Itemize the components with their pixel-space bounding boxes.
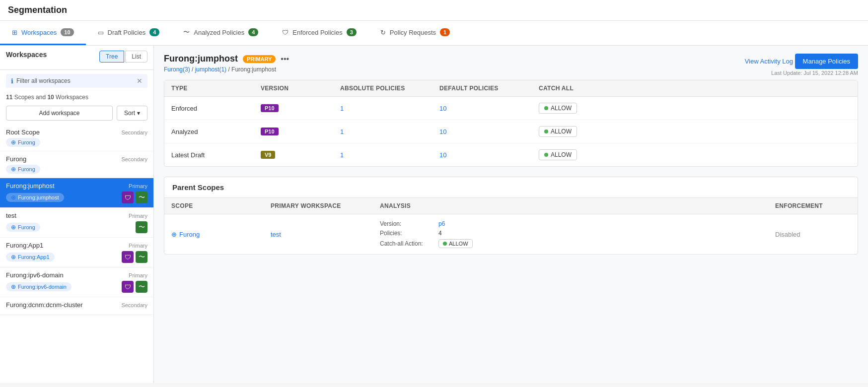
list-item[interactable]: Furong:ipv6-domain Primary ⊕ Furong:ipv6… xyxy=(0,267,153,297)
list-item[interactable]: Furong Secondary ⊕ Furong xyxy=(0,151,153,178)
cell-catchall: ALLOW xyxy=(532,120,858,143)
tab-requests-label: Policy Requests xyxy=(390,29,436,36)
app-title: Segmentation xyxy=(8,5,67,15)
view-activity-log-button[interactable]: View Activity Log xyxy=(745,58,793,65)
default-count-link[interactable]: 10 xyxy=(439,105,446,112)
tab-workspaces-label: Workspaces xyxy=(21,29,57,36)
list-item[interactable]: Furong:App1 Primary ⊕ Furong:App1 🛡 〜 xyxy=(0,238,153,267)
filter-close-button[interactable]: ✕ xyxy=(137,77,143,85)
col-header-default: Default Policies xyxy=(433,80,532,96)
cell-catchall: ALLOW xyxy=(532,97,858,120)
draft-icon: ▭ xyxy=(98,29,104,36)
add-workspace-button[interactable]: Add workspace xyxy=(6,106,113,121)
allow-badge: ALLOW xyxy=(539,149,577,160)
tab-workspaces-badge: 10 xyxy=(61,28,73,36)
scope-cell-scope: ⊕ Furong xyxy=(164,214,264,254)
col-header-version: Version xyxy=(254,80,333,96)
scope-link[interactable]: ⊕ Furong xyxy=(171,231,200,238)
scope-table-row: ⊕ Furong test Version: p6 Policies: xyxy=(164,214,858,254)
cell-type: Analyzed xyxy=(164,120,254,143)
info-icon: ℹ xyxy=(11,77,13,85)
panel-title: Furong:jumphost xyxy=(164,54,238,64)
list-item[interactable]: Furong:jumphost Primary ⊕ Furong:jumphos… xyxy=(0,178,153,208)
scope-col-header-scope: Scope xyxy=(164,198,264,214)
wave-icon: 〜 xyxy=(136,251,147,263)
ws-item-type: Primary xyxy=(129,213,147,219)
workspace-link[interactable]: test xyxy=(271,231,281,238)
sort-button[interactable]: Sort ▾ xyxy=(117,106,147,121)
app-header: Segmentation xyxy=(0,0,868,21)
panel-header: Furong:jumphost PRIMARY ••• xyxy=(164,54,289,64)
breadcrumb-jumphost[interactable]: jumphost(1) xyxy=(195,66,226,73)
ws-item-name: Furong:jumphost xyxy=(6,182,55,190)
scope-icon: ⊕ xyxy=(11,224,16,231)
wave-icon: 〜 xyxy=(136,192,147,203)
tab-draft-badge: 4 xyxy=(149,28,159,36)
absolute-count-link[interactable]: 1 xyxy=(340,151,344,159)
ws-item-name: Furong xyxy=(6,155,26,163)
absolute-count-link[interactable]: 1 xyxy=(340,128,344,135)
ws-icons: 🛡 〜 xyxy=(122,192,147,203)
content-area: Workspaces Tree List ℹ Filter all worksp… xyxy=(0,46,868,383)
tab-workspaces[interactable]: ⊞ Workspaces 10 xyxy=(0,21,86,45)
scope-col-header-enforcement: Enforcement xyxy=(768,198,858,214)
chevron-down-icon: ▾ xyxy=(137,110,140,117)
ws-scope-tag: ⊕ Furong:jumphost xyxy=(6,193,64,202)
view-toggle: Tree List xyxy=(99,51,147,63)
table-row: Latest Draft V9 1 10 ALLOW xyxy=(164,143,858,166)
table-row: Enforced P10 1 10 ALLOW xyxy=(164,97,858,120)
default-count-link[interactable]: 10 xyxy=(439,151,446,159)
ws-scope-tag: ⊕ Furong:ipv6-domain xyxy=(6,282,72,291)
more-options-button[interactable]: ••• xyxy=(281,55,289,64)
scope-col-header-workspace: Primary Workspace xyxy=(264,198,373,214)
tab-analyzed-label: Analyzed Policies xyxy=(194,29,244,36)
ws-icons: 〜 xyxy=(136,221,147,233)
list-view-button[interactable]: List xyxy=(125,51,147,63)
default-count-link[interactable]: 10 xyxy=(439,128,446,135)
ws-item-name: Furong:App1 xyxy=(6,242,43,249)
ws-scope-tag: ⊕ Furong:App1 xyxy=(6,253,55,261)
scope-col-header-analysis: Analysis xyxy=(373,198,768,214)
tree-view-button[interactable]: Tree xyxy=(99,51,124,63)
allow-dot xyxy=(544,106,548,110)
shield-icon: 🛡 xyxy=(122,192,134,203)
analysis-version-link[interactable]: p6 xyxy=(438,220,445,227)
manage-policies-button[interactable]: Manage Policies xyxy=(795,54,858,69)
main-panel: Furong:jumphost PRIMARY ••• Furong(3) / … xyxy=(154,46,868,383)
ws-scope-tag: ⊕ Furong xyxy=(6,223,40,232)
table-header: Type Version Absolute Policies Default P… xyxy=(164,80,858,97)
version-badge: P10 xyxy=(261,104,279,112)
analyzed-icon: 〜 xyxy=(183,28,190,37)
tab-enforced[interactable]: 🛡 Enforced Policies 3 xyxy=(270,21,368,45)
header-actions: View Activity Log Manage Policies Last U… xyxy=(745,54,858,76)
workspace-icon: ⊞ xyxy=(12,29,17,36)
cell-absolute: 1 xyxy=(333,120,433,143)
list-item[interactable]: Furong:dcnm:dcnm-cluster Secondary xyxy=(0,297,153,315)
ws-item-name: Furong:ipv6-domain xyxy=(6,271,64,279)
list-item[interactable]: Root Scope Secondary ⊕ Furong xyxy=(0,125,153,151)
cell-absolute: 1 xyxy=(333,97,433,120)
tab-analyzed[interactable]: 〜 Analyzed Policies 4 xyxy=(171,21,270,45)
sidebar: Workspaces Tree List ℹ Filter all worksp… xyxy=(0,46,154,383)
add-sort-row: Add workspace Sort ▾ xyxy=(0,104,153,125)
scope-cell-workspace: test xyxy=(264,214,373,254)
ws-item-type: Primary xyxy=(129,183,147,189)
absolute-count-link[interactable]: 1 xyxy=(340,105,344,112)
breadcrumb-furong[interactable]: Furong(3) xyxy=(164,66,190,73)
tab-analyzed-badge: 4 xyxy=(248,28,258,36)
scope-count: 11 Scopes and 10 Workspaces xyxy=(0,92,153,104)
col-header-type: Type xyxy=(164,80,254,96)
scope-icon: ⊕ xyxy=(11,139,16,146)
cell-catchall: ALLOW xyxy=(532,143,858,166)
main-tabs: ⊞ Workspaces 10 ▭ Draft Policies 4 〜 Ana… xyxy=(0,21,868,46)
ws-item-name: Furong:dcnm:dcnm-cluster xyxy=(6,301,83,309)
tab-requests[interactable]: ↻ Policy Requests 1 xyxy=(368,21,462,45)
ws-item-name: test xyxy=(6,212,16,219)
col-header-absolute: Absolute Policies xyxy=(333,80,433,96)
scope-cell-enforcement: Disabled xyxy=(768,214,858,254)
list-item[interactable]: test Primary ⊕ Furong 〜 xyxy=(0,208,153,238)
scope-cell-analysis: Version: p6 Policies: 4 Catch-all Action… xyxy=(373,214,768,254)
ws-icons: 🛡 〜 xyxy=(122,281,147,293)
tab-draft[interactable]: ▭ Draft Policies 4 xyxy=(86,21,172,45)
filter-bar: ℹ Filter all workspaces ✕ xyxy=(6,74,147,88)
